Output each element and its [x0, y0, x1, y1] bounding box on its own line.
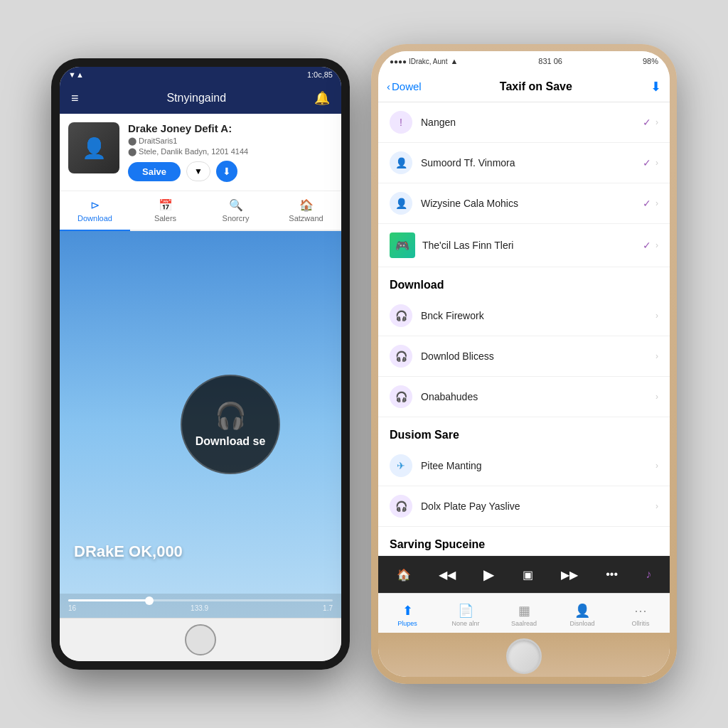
checkmark-icon: ✓: [643, 198, 651, 209]
profile-meta1: ⬤ DraitSaris1: [128, 136, 333, 146]
save-button[interactable]: Saive: [128, 162, 181, 181]
list-item[interactable]: 👤 Sumoord Tf. Vinmora ✓ ›: [378, 143, 670, 183]
list-item[interactable]: 🎮 The'cil Las Finn Tleri ✓ ›: [378, 224, 670, 267]
player-home-btn[interactable]: 🏠: [397, 568, 411, 582]
ios-status-time: 831 06: [538, 57, 562, 65]
progress-time-end: 1.7: [323, 604, 333, 612]
item-text-bnck: Bnck Firework: [421, 310, 655, 321]
item-right-sumoord: ✓ ›: [643, 157, 658, 168]
checkmark-icon: ✓: [643, 117, 651, 128]
android-home-bar: [60, 618, 341, 661]
list-item[interactable]: 🎧 Dolx Plate Pay Yaslive ›: [378, 486, 670, 527]
player-play-btn[interactable]: ▶: [483, 566, 494, 583]
android-nav-title: Stnyingaind: [79, 92, 314, 105]
ios-back-chevron: ‹: [387, 80, 390, 92]
list-item[interactable]: 🎧 Downlod Blicess ›: [378, 336, 670, 377]
ios-home-button[interactable]: [506, 638, 542, 674]
profile-name: Drake Joney Defit A:: [128, 122, 333, 134]
android-screen: ▼▲ 1:0c,85 ≡ Stnyingaind 🔔 👤 Drake Joney…: [60, 67, 341, 661]
download-section-header: Download: [378, 267, 670, 296]
chevron-right-icon: ›: [655, 158, 658, 168]
android-tabs: ⊳ Download 📅 Salers 🔍 Snorcry 🏠 Satzwand: [60, 191, 341, 231]
arrow-button[interactable]: ▼: [186, 161, 210, 181]
progress-time-mid: 133.9: [191, 604, 208, 612]
ios-carrier: ●●●● IDrakc, Aunt: [390, 58, 447, 65]
item-right-nangen: ✓ ›: [643, 117, 658, 128]
tab-ollritis-label: Ollritis: [632, 620, 650, 627]
list-item[interactable]: ✈ Pitee Manting ›: [378, 446, 670, 486]
list-item[interactable]: ! Nangen ✓ ›: [378, 102, 670, 143]
tab-salers-icon: 📅: [159, 198, 173, 212]
item-icon-bnck: 🎧: [390, 304, 412, 327]
big-text: DRakE OK,000: [74, 542, 183, 561]
ios-phone: ●●●● IDrakc, Aunt ▲ 831 06 98% ‹ Dowel T…: [371, 44, 677, 684]
tab-satzwand-label: Satzwand: [289, 214, 323, 223]
ios-tab-bar: ⬆ Plupes 📄 None alnr ▦ Saalread 👤 Disnlo…: [378, 593, 670, 633]
checkmark-icon: ✓: [643, 240, 651, 251]
item-icon-sumoord: 👤: [390, 151, 412, 174]
progress-track[interactable]: [68, 599, 333, 601]
chevron-right-icon: ›: [655, 501, 658, 511]
profile-section: 👤 Drake Joney Defit A: ⬤ DraitSaris1 ⬤ S…: [60, 114, 341, 191]
checkmark-icon: ✓: [643, 157, 651, 168]
tab-nonealnr-label: None alnr: [451, 620, 479, 627]
headphones-circle[interactable]: 🎧 Download se: [181, 375, 280, 474]
tab-saalread[interactable]: ▦ Saalread: [495, 598, 553, 631]
chevron-right-icon: ›: [655, 351, 658, 361]
tab-download[interactable]: ⊳ Download: [60, 191, 130, 231]
headphones-icon: 🎧: [215, 401, 247, 431]
tab-nonealnr[interactable]: 📄 None alnr: [437, 598, 495, 631]
list-item[interactable]: 🎧 Onabahudes ›: [378, 377, 670, 417]
android-status-left: ▼▲: [68, 70, 84, 79]
list-item[interactable]: 🎧 Bnck Firework ›: [378, 296, 670, 336]
player-more-btn[interactable]: •••: [606, 568, 618, 581]
dusion-section-header: Dusiom Sare: [378, 417, 670, 446]
download-circle-button[interactable]: ⬇: [216, 161, 237, 182]
ios-list: ! Nangen ✓ › 👤 Sumoord Tf. Vinmora ✓ ›: [378, 102, 670, 556]
tab-salers-label: Salers: [154, 214, 176, 223]
progress-bar-section: 16 133.9 1.7: [60, 594, 341, 618]
android-share-icon[interactable]: 🔔: [314, 90, 330, 106]
tab-satzwand[interactable]: 🏠 Satzwand: [271, 191, 341, 230]
player-list-btn[interactable]: ▣: [523, 568, 533, 582]
tab-saalread-label: Saalread: [511, 620, 537, 627]
player-music-btn[interactable]: ♪: [646, 568, 651, 581]
tab-plupes-icon: ⬆: [402, 603, 413, 619]
tab-plupes[interactable]: ⬆ Plupes: [378, 598, 437, 631]
tab-satzwand-icon: 🏠: [299, 198, 314, 212]
player-prev-btn[interactable]: ◀◀: [439, 568, 456, 582]
tab-saalread-icon: ▦: [518, 603, 530, 619]
tab-disnload[interactable]: 👤 Disnload: [553, 598, 611, 631]
android-status-time: 1:0c,85: [307, 70, 333, 79]
tab-disnload-label: Disnload: [569, 620, 594, 627]
player-next-btn[interactable]: ▶▶: [561, 568, 578, 582]
ios-wifi-icon: ▲: [450, 57, 458, 65]
item-thumbnail: 🎮: [390, 232, 415, 258]
chevron-right-icon: ›: [655, 240, 658, 250]
tab-snorcry-label: Snorcry: [223, 214, 250, 223]
ios-phone-bottom: [378, 633, 670, 677]
ios-download-icon[interactable]: ⬇: [651, 79, 661, 95]
progress-time-start: 16: [68, 604, 76, 612]
ios-back-button[interactable]: ‹ Dowel: [387, 80, 422, 92]
tab-salers[interactable]: 📅 Salers: [130, 191, 200, 230]
ios-screen: ●●●● IDrakc, Aunt ▲ 831 06 98% ‹ Dowel T…: [378, 51, 670, 677]
progress-thumb: [145, 596, 154, 605]
tab-ollritis[interactable]: ⋯ Ollritis: [611, 598, 670, 631]
ios-nav-bar: ‹ Dowel Taxif on Save ⬇: [378, 71, 670, 102]
profile-actions: Saive ▼ ⬇: [128, 161, 333, 182]
android-home-button[interactable]: [185, 624, 216, 655]
ios-nav-title: Taxif on Save: [500, 80, 572, 93]
item-text-wizysine: Wizysine Cala Mohics: [421, 198, 643, 209]
ios-bottom-player: 🏠 ◀◀ ▶ ▣ ▶▶ ••• ♪: [378, 556, 670, 593]
tab-download-icon: ⊳: [90, 198, 100, 212]
android-back-icon[interactable]: ≡: [71, 91, 79, 106]
tab-snorcry[interactable]: 🔍 Snorcry: [200, 191, 271, 230]
item-icon-dolx: 🎧: [390, 495, 412, 518]
ios-back-label: Dowel: [392, 80, 422, 92]
chevron-right-icon: ›: [655, 198, 658, 208]
item-icon-nangen: !: [390, 111, 412, 134]
tab-ollritis-icon: ⋯: [634, 603, 647, 619]
chevron-right-icon: ›: [655, 117, 658, 127]
list-item[interactable]: 👤 Wizysine Cala Mohics ✓ ›: [378, 183, 670, 224]
